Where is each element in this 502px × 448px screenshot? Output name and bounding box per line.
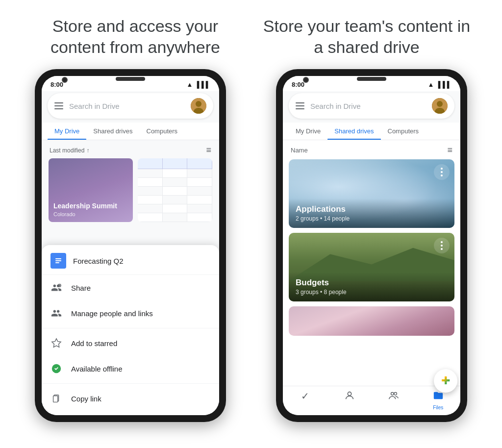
leadership-sub: Colorado [53,211,128,217]
battery-icon: ▌ [206,81,210,88]
budgets-info: Budgets 3 groups • 8 people [289,272,454,301]
svg-point-1 [196,101,201,107]
budgets-drive-card[interactable]: Budgets 3 groups • 8 people [289,233,454,301]
svg-rect-5 [55,260,61,261]
phone1-avatar[interactable] [191,98,206,114]
offline-icon [50,363,62,374]
manage-people-icon [50,307,62,319]
phone1: 8:00 ▲ ▐▐ ▌ Search in Drive [35,69,226,422]
sheet-item-manage[interactable]: Manage people and links [42,300,219,326]
grid-view-icon2[interactable]: ≡ [447,145,452,155]
phone2-search-bar[interactable]: Search in Drive [289,93,454,119]
nav-item-checkmark[interactable]: ✓ [283,390,327,410]
nav-item-group[interactable] [372,390,416,410]
phone1-status-icons: ▲ ▐▐ ▌ [186,81,210,88]
tab2-shared-drives[interactable]: Shared drives [327,123,380,140]
sheet-item-share[interactable]: Share [42,275,219,300]
wifi-icon2: ▲ [427,81,434,88]
last-modified-text: Last modified ↑ [50,147,89,154]
phone1-screen: 8:00 ▲ ▐▐ ▌ Search in Drive [42,76,219,415]
pink-bg [289,306,454,336]
phone2-camera [303,77,309,83]
applications-drive-card[interactable]: Applications 2 groups • 14 people [289,159,454,228]
applications-info: Applications 2 groups • 14 people [289,199,454,228]
manage-label: Manage people and links [71,309,153,318]
svg-rect-6 [55,262,59,263]
name-label: Name [291,147,308,154]
phone1-drive-content: Last modified ↑ ≡ Leadership Summit Colo… [42,140,219,415]
hamburger-icon2[interactable] [296,102,304,109]
copy-link-label: Copy link [71,395,101,403]
share-icon [50,282,62,294]
tab2-my-drive[interactable]: My Drive [289,123,327,140]
tab2-computers[interactable]: Computers [381,123,426,140]
third-drive-card[interactable] [289,306,454,336]
phones-row: 8:00 ▲ ▐▐ ▌ Search in Drive [0,69,502,448]
name-bar: Name ≡ [283,140,460,159]
tab-my-drive[interactable]: My Drive [48,123,86,140]
last-modified-bar: Last modified ↑ ≡ [42,140,219,158]
grid-view-icon[interactable]: ≡ [206,145,211,155]
svg-point-18 [394,393,397,396]
files-nav-label: Files [433,405,443,410]
leadership-title: Leadership Summit [53,202,128,210]
ss-header [138,158,212,169]
phone1-search-bar[interactable]: Search in Drive [48,93,213,119]
doc-icon [50,253,66,269]
signal-icon2: ▐▐ [436,81,445,88]
budgets-sub: 3 groups • 8 people [296,289,448,296]
left-title: Store and access your content from anywh… [29,16,241,57]
phone2-time: 8:00 [292,81,304,88]
hamburger-icon[interactable] [54,102,63,109]
svg-rect-12 [53,396,58,402]
nav-item-files[interactable]: Files [416,390,461,410]
signal-icon: ▐▐ [195,81,203,88]
svg-point-14 [437,101,443,107]
checkmark-nav-icon: ✓ [301,390,309,402]
phone2-tabs: My Drive Shared drives Computers [283,123,460,140]
left-header: Store and access your content from anywh… [20,16,251,57]
header-row: Store and access your content from anywh… [0,0,502,69]
applications-title: Applications [296,204,448,214]
sheet-item-offline[interactable]: Available offline [42,356,219,381]
divider-2 [42,383,219,384]
phone1-outer: 8:00 ▲ ▐▐ ▌ Search in Drive [20,69,241,448]
fab-button[interactable]: ✚ [434,369,457,386]
tab-computers[interactable]: Computers [140,123,185,140]
group-nav-icon [388,390,399,403]
phone2-outer: 8:00 ▲ ▐▐ ▌ Search in Drive [261,69,482,448]
wifi-icon: ▲ [186,81,193,88]
phone1-camera [62,77,68,83]
budgets-title: Budgets [296,278,448,288]
three-dots-icon [441,168,443,176]
add-icon: ✚ [441,374,450,386]
svg-point-16 [348,392,351,396]
budgets-more-btn[interactable] [434,238,450,253]
sheet-header: Forecasting Q2 [42,245,219,275]
sheet-item-copy-link[interactable]: Copy link [42,386,219,411]
profile-nav-icon [344,390,355,403]
applications-more-btn[interactable] [434,164,450,180]
file-grid: Leadership Summit Colorado [42,158,219,222]
star-label: Add to starred [71,339,117,348]
sort-arrow: ↑ [86,147,89,154]
battery-icon2: ▌ [447,81,452,88]
phone1-tabs: My Drive Shared drives Computers [42,123,219,140]
tab-shared-drives[interactable]: Shared drives [86,123,139,140]
leadership-card[interactable]: Leadership Summit Colorado [49,158,133,222]
phone1-search-text: Search in Drive [69,102,185,110]
share-label: Share [71,284,91,292]
sheet-item-star[interactable]: Add to starred [42,330,219,356]
phone2: 8:00 ▲ ▐▐ ▌ Search in Drive [276,69,467,422]
nav-item-profile[interactable] [327,390,372,410]
divider-1 [42,328,219,328]
phone2-status-bar: 8:00 ▲ ▐▐ ▌ [283,76,460,91]
three-dots-icon2 [441,241,443,250]
applications-sub: 2 groups • 14 people [296,215,448,222]
phone1-bottom-sheet: Forecasting Q2 [42,245,219,415]
spreadsheet-card[interactable] [138,158,212,222]
phone1-time: 8:00 [50,81,63,88]
phone2-search-text: Search in Drive [310,102,426,110]
sheet-filename: Forecasting Q2 [73,257,124,265]
phone2-avatar[interactable] [432,98,448,114]
